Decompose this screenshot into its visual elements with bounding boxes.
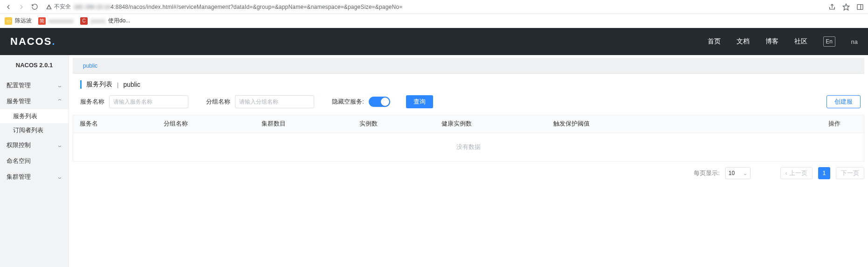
lang-switch[interactable]: En [823, 36, 835, 47]
header-cutoff: na [851, 38, 858, 45]
th-instance-count: 实例数 [353, 120, 435, 128]
bookmark-label: (xxxx) [90, 18, 105, 24]
group-name-input[interactable] [235, 95, 314, 108]
favicon-icon: C [80, 17, 88, 25]
svg-rect-1 [857, 4, 863, 9]
service-name-label: 服务名称 [80, 98, 104, 106]
service-name-input[interactable] [109, 95, 188, 108]
sidebar-item-label: 订阅者列表 [13, 126, 43, 134]
chevron-left-icon: ‹ [785, 170, 787, 176]
th-operation: 操作 [822, 120, 864, 128]
next-label: 下一页 [841, 169, 859, 177]
page-title-row: 服务列表 | public [73, 74, 868, 93]
sidebar-item-permission[interactable]: 权限控制 ⌄ [0, 137, 69, 153]
header-nav: 首页 文档 博客 社区 En na [708, 36, 858, 47]
pagination: 每页显示: 10 ⌄ ‹ 上一页 1 下一页 [69, 162, 868, 179]
reload-icon[interactable] [30, 2, 39, 12]
browser-bar: 不安全 192.168.10.144:8848/nacos/index.html… [0, 0, 868, 14]
sidebar-item-label: 命名空间 [7, 157, 31, 165]
svg-marker-0 [843, 4, 849, 10]
sidebar-item-label: 集群管理 [7, 173, 31, 181]
page-size-select[interactable]: 10 ⌄ [725, 167, 751, 179]
sidebar-sub-subscriber-list[interactable]: 订阅者列表 [0, 123, 69, 137]
sidebar-version: NACOS 2.0.1 [0, 55, 69, 75]
url-text: 192.168.10.144:8848/nacos/index.html#/se… [74, 4, 402, 10]
prev-label: 上一页 [789, 169, 807, 177]
title-separator: | [117, 81, 118, 88]
bookmarks-bar: ▭ 陈远波 简 xxxxxxxxx C (xxxx) 使用do... [0, 14, 868, 28]
sidebar-item-config[interactable]: 配置管理 ⌄ [0, 77, 69, 93]
address-bar[interactable]: 不安全 192.168.10.144:8848/nacos/index.html… [43, 3, 824, 11]
bookmark-label: 陈远波 [15, 17, 32, 25]
chevron-down-icon: ⌄ [56, 142, 63, 148]
query-button[interactable]: 查询 [406, 95, 433, 108]
next-page-button[interactable]: 下一页 [836, 167, 864, 179]
th-healthy-count: 健康实例数 [435, 120, 547, 128]
page-title: 服务列表 [86, 80, 112, 89]
chevron-down-icon: ⌄ [56, 82, 63, 89]
insecure-badge: 不安全 [46, 3, 71, 11]
per-page-label: 每页显示: [694, 169, 719, 177]
content: public 服务列表 | public 服务名称 分组名称 隐藏空服务: 查询… [69, 55, 868, 267]
nav-community[interactable]: 社区 [794, 37, 807, 46]
nav-docs[interactable]: 文档 [737, 37, 750, 46]
sidebar-sub-service-list[interactable]: 服务列表 [0, 109, 69, 123]
sidebar-item-cluster[interactable]: 集群管理 ⌄ [0, 169, 69, 185]
filter-row: 服务名称 分组名称 隐藏空服务: 查询 创建服 [73, 93, 868, 115]
back-icon[interactable] [4, 2, 13, 12]
bookmark-label: xxxxxxxxx [48, 18, 74, 24]
bookmark-item[interactable]: 简 xxxxxxxxx [38, 17, 74, 25]
insecure-label: 不安全 [54, 3, 71, 11]
logo-dot-icon: . [52, 35, 55, 48]
namespace-tabs: public [73, 58, 864, 74]
sidebar-item-label: 服务管理 [7, 98, 31, 105]
th-cluster-count: 集群数目 [255, 120, 353, 128]
page-namespace: public [123, 81, 140, 88]
group-name-label: 分组名称 [206, 98, 230, 106]
folder-icon: ▭ [5, 17, 12, 25]
page-number-current[interactable]: 1 [818, 167, 830, 179]
table-header: 服务名 分组名称 集群数目 实例数 健康实例数 触发保护阈值 操作 [73, 115, 864, 133]
share-icon[interactable] [828, 3, 836, 11]
hide-empty-toggle[interactable] [369, 97, 390, 107]
browser-right-icons [828, 3, 864, 11]
chevron-up-icon: ⌃ [56, 98, 63, 105]
bookmark-item[interactable]: C (xxxx) 使用do... [80, 17, 130, 25]
logo[interactable]: NACOS. [10, 35, 56, 48]
app-header: NACOS. 首页 文档 博客 社区 En na [0, 28, 868, 55]
sidebar-item-service[interactable]: 服务管理 ⌃ [0, 93, 69, 109]
sidebar-item-label: 服务列表 [13, 112, 37, 120]
favicon-icon: 简 [38, 17, 46, 25]
nav-home[interactable]: 首页 [708, 37, 721, 46]
sidebar-item-label: 权限控制 [7, 141, 31, 149]
forward-icon[interactable] [17, 2, 26, 12]
th-threshold: 触发保护阈值 [547, 120, 822, 128]
bookmark-label: 使用do... [108, 17, 130, 25]
chevron-down-icon: ⌄ [743, 170, 747, 176]
th-service-name: 服务名 [73, 120, 157, 128]
sidebar: NACOS 2.0.1 配置管理 ⌄ 服务管理 ⌃ 服务列表 订阅者列表 权限控… [0, 55, 69, 267]
chevron-down-icon: ⌄ [56, 174, 63, 180]
sidebar-item-namespace[interactable]: 命名空间 [0, 153, 69, 169]
table-empty: 没有数据 [73, 133, 864, 161]
sidebar-item-label: 配置管理 [7, 82, 31, 90]
prev-page-button[interactable]: ‹ 上一页 [780, 167, 813, 179]
star-icon[interactable] [842, 3, 850, 11]
nav-blog[interactable]: 博客 [765, 37, 778, 46]
panel-icon[interactable] [856, 3, 864, 11]
hide-empty-label: 隐藏空服务: [332, 98, 364, 106]
bookmark-item[interactable]: ▭ 陈远波 [5, 17, 32, 25]
title-bar-icon [80, 80, 82, 89]
create-service-button[interactable]: 创建服 [827, 95, 861, 108]
service-table: 服务名 分组名称 集群数目 实例数 健康实例数 触发保护阈值 操作 没有数据 [73, 115, 864, 162]
logo-text: NACOS [10, 35, 52, 48]
tab-public[interactable]: public [80, 61, 100, 71]
page-size-value: 10 [729, 170, 735, 176]
th-group: 分组名称 [157, 120, 255, 128]
